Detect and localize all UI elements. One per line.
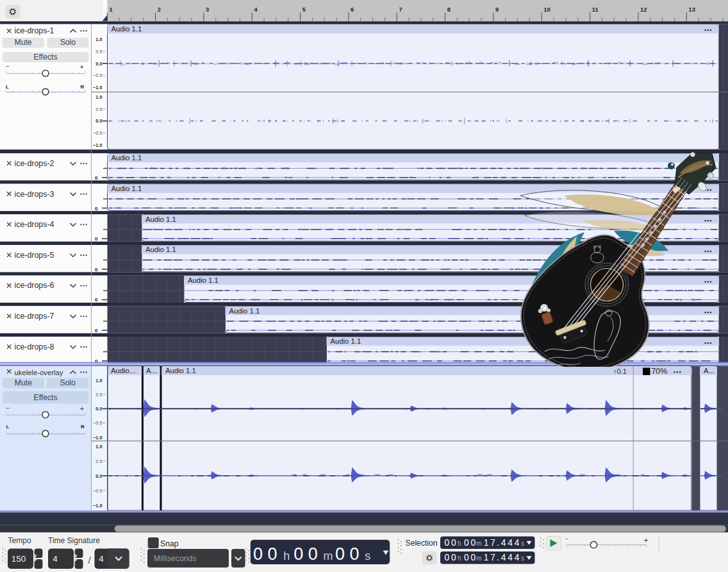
svg-text:Audio 1.1: Audio 1.1: [229, 307, 260, 315]
svg-text:s: s: [365, 550, 370, 562]
svg-text:4: 4: [515, 538, 520, 548]
svg-text:ice-drops-4: ice-drops-4: [15, 220, 54, 229]
svg-text:0: 0: [95, 236, 98, 242]
svg-text:70%: 70%: [652, 367, 668, 376]
svg-text:0: 0: [95, 206, 98, 212]
svg-text:−0.5: −0.5: [93, 72, 103, 78]
svg-text:12: 12: [640, 6, 647, 13]
svg-text:ice-drops-2: ice-drops-2: [15, 159, 54, 168]
svg-text:−0.5: −0.5: [93, 488, 103, 494]
svg-text:ice-drops-5: ice-drops-5: [15, 251, 54, 260]
svg-text:13: 13: [689, 6, 695, 13]
svg-text:s: s: [521, 540, 524, 547]
svg-text:−0.5: −0.5: [93, 130, 103, 136]
svg-text:−1.0: −1.0: [93, 85, 103, 90]
svg-text:4: 4: [515, 553, 520, 562]
svg-text:0.5: 0.5: [95, 106, 102, 112]
svg-text:4: 4: [501, 553, 506, 562]
svg-text:.: .: [497, 553, 499, 562]
svg-text:8: 8: [447, 6, 451, 13]
svg-text:0: 0: [451, 538, 456, 548]
svg-text:Snap: Snap: [160, 539, 179, 548]
svg-text:+: +: [80, 63, 84, 71]
svg-text:Audio 1.1: Audio 1.1: [145, 246, 176, 253]
svg-text:−1.0: −1.0: [93, 142, 103, 148]
svg-text:0: 0: [471, 553, 476, 562]
svg-text:0: 0: [464, 553, 469, 562]
svg-text:Audio 1.1: Audio 1.1: [331, 337, 361, 345]
svg-text:0: 0: [294, 544, 303, 564]
svg-text:−: −: [6, 63, 10, 70]
svg-text:7: 7: [490, 553, 495, 562]
svg-text:−: −: [565, 535, 568, 542]
svg-text:4: 4: [501, 538, 506, 548]
svg-text:0.5: 0.5: [95, 458, 102, 464]
svg-text:h: h: [458, 540, 461, 547]
svg-text:Time Signature: Time Signature: [48, 536, 100, 545]
svg-text:0: 0: [349, 544, 359, 564]
svg-text:1.0: 1.0: [95, 444, 102, 450]
svg-text:150: 150: [12, 554, 26, 564]
svg-text:L: L: [6, 84, 9, 90]
svg-text:0: 0: [464, 538, 469, 548]
svg-text:0: 0: [444, 538, 449, 548]
svg-text:L: L: [6, 424, 10, 430]
svg-text:Audio 1.1: Audio 1.1: [188, 276, 219, 284]
svg-text:7: 7: [490, 538, 495, 548]
svg-text:h: h: [458, 555, 461, 562]
svg-text:7: 7: [399, 6, 402, 13]
svg-text:Effects: Effects: [34, 393, 58, 402]
svg-text:0: 0: [444, 553, 449, 562]
svg-text:2: 2: [158, 6, 161, 13]
svg-text:0.5: 0.5: [95, 49, 102, 55]
svg-text:A...: A...: [146, 367, 157, 374]
svg-text:+: +: [644, 536, 649, 545]
svg-text:4: 4: [508, 553, 513, 562]
svg-text:Mute: Mute: [15, 38, 32, 47]
svg-text:−: −: [6, 405, 10, 412]
svg-text:1.0: 1.0: [95, 94, 102, 100]
svg-text:Audio...: Audio...: [111, 367, 135, 374]
svg-text:4: 4: [99, 554, 104, 564]
svg-text:0: 0: [335, 544, 345, 564]
svg-text:ukelele-overlay: ukelele-overlay: [15, 369, 63, 376]
svg-text:+: +: [80, 405, 84, 412]
svg-text:0: 0: [471, 538, 476, 548]
svg-text:Solo: Solo: [60, 378, 76, 387]
svg-text:ice-drops-1: ice-drops-1: [15, 26, 54, 35]
svg-text:ice-drops-3: ice-drops-3: [15, 190, 54, 199]
svg-text:1: 1: [109, 6, 112, 13]
svg-text:1.0: 1.0: [95, 378, 102, 383]
svg-text:m: m: [476, 540, 481, 547]
svg-text:1: 1: [484, 553, 489, 562]
svg-text:ice-drops-6: ice-drops-6: [15, 281, 54, 290]
svg-text:Audio 1.1: Audio 1.1: [112, 185, 142, 192]
svg-text:5: 5: [302, 6, 306, 13]
svg-text:R: R: [81, 84, 85, 90]
svg-text:Audio 1.1: Audio 1.1: [165, 367, 196, 374]
svg-text:0.0: 0.0: [95, 118, 102, 124]
svg-text:−0.5: −0.5: [93, 420, 103, 426]
svg-text:m: m: [476, 555, 481, 562]
svg-text:m: m: [324, 550, 333, 562]
svg-text:0.0: 0.0: [95, 473, 102, 479]
svg-text:0: 0: [95, 267, 98, 273]
svg-text:Audio 1.1: Audio 1.1: [145, 215, 176, 223]
svg-text:R: R: [81, 424, 85, 430]
svg-text:0.0: 0.0: [95, 406, 102, 412]
svg-text:0.5: 0.5: [95, 392, 102, 398]
svg-text:−1.0: −1.0: [93, 435, 103, 441]
svg-text:ice-drops-8: ice-drops-8: [15, 342, 54, 351]
svg-text:−1.0: −1.0: [93, 503, 103, 509]
svg-text:6: 6: [351, 6, 354, 13]
svg-text:4: 4: [508, 538, 513, 548]
svg-text:9: 9: [495, 6, 499, 13]
svg-text:4: 4: [53, 554, 58, 564]
svg-text:1: 1: [484, 538, 489, 548]
svg-text:0: 0: [253, 544, 263, 564]
svg-text:A...: A...: [704, 367, 715, 374]
svg-text:0: 0: [95, 175, 98, 181]
svg-text:Audio 1.1: Audio 1.1: [112, 25, 142, 33]
svg-text:10: 10: [544, 6, 550, 13]
svg-text:Effects: Effects: [33, 53, 57, 62]
